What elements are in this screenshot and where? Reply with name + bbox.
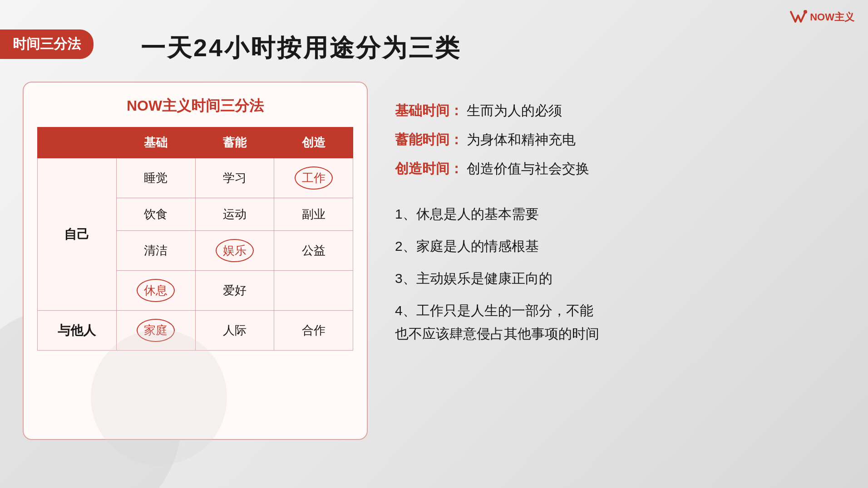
main-title: 一天24小时按用途分为三类 xyxy=(141,32,461,65)
cell-sidejob: 副业 xyxy=(274,198,353,231)
logo: NOW主义 xyxy=(789,9,854,25)
circled-entertainment: 娱乐 xyxy=(216,239,254,262)
table-header-0 xyxy=(38,127,117,158)
cell-cooperation: 合作 xyxy=(274,311,353,351)
cell-charity: 公益 xyxy=(274,231,353,271)
circled-rest: 休息 xyxy=(137,279,175,302)
table-header-2: 蓄能 xyxy=(195,127,274,158)
cell-family: 家庭 xyxy=(116,311,195,351)
cell-sleep: 睡觉 xyxy=(116,158,195,198)
row-header-others: 与他人 xyxy=(38,311,117,351)
cell-clean: 清洁 xyxy=(116,231,195,271)
note-2: 2、家庭是人的情感根基 xyxy=(395,234,849,258)
time-types: 基础时间： 生而为人的必须 蓄能时间： 为身体和精神充电 创造时间： 创造价值与… xyxy=(395,100,849,180)
note-3: 3、主动娱乐是健康正向的 xyxy=(395,267,849,290)
time-type-create-label: 创造时间： xyxy=(395,161,463,176)
row-header-self: 自己 xyxy=(38,158,117,311)
cell-entertainment: 娱乐 xyxy=(195,231,274,271)
time-type-basic: 基础时间： 生而为人的必须 xyxy=(395,100,849,122)
header-badge: 时间三分法 xyxy=(0,29,94,59)
cell-work: 工作 xyxy=(274,158,353,198)
cell-food: 饮食 xyxy=(116,198,195,231)
time-type-energy-label: 蓄能时间： xyxy=(395,132,463,147)
time-type-create: 创造时间： 创造价值与社会交换 xyxy=(395,158,849,180)
time-type-energy-desc: 为身体和精神充电 xyxy=(467,132,576,147)
cell-hobby: 爱好 xyxy=(195,271,274,311)
table-header-1: 基础 xyxy=(116,127,195,158)
table-header-3: 创造 xyxy=(274,127,353,158)
circled-work: 工作 xyxy=(295,166,333,190)
logo-text: NOW主义 xyxy=(810,10,854,24)
circled-family: 家庭 xyxy=(137,319,175,342)
table-row: 自己 睡觉 学习 工作 xyxy=(38,158,353,198)
notes-section: 1、休息是人的基本需要 2、家庭是人的情感根基 3、主动娱乐是健康正向的 4、工… xyxy=(395,202,849,345)
left-card: NOW主义时间三分法 基础 蓄能 创造 自己 睡觉 学习 工作 饮食 运动 副业 xyxy=(23,82,368,440)
note-4: 4、工作只是人生的一部分，不能也不应该肆意侵占其他事项的时间 xyxy=(395,299,849,345)
time-type-energy: 蓄能时间： 为身体和精神充电 xyxy=(395,129,849,151)
cell-rest: 休息 xyxy=(116,271,195,311)
svg-point-0 xyxy=(804,10,807,14)
logo-icon xyxy=(789,9,807,25)
card-title: NOW主义时间三分法 xyxy=(37,96,353,116)
time-table: 基础 蓄能 创造 自己 睡觉 学习 工作 饮食 运动 副业 清洁 娱乐 xyxy=(37,127,353,351)
cell-social: 人际 xyxy=(195,311,274,351)
time-type-create-desc: 创造价值与社会交换 xyxy=(467,161,589,176)
right-content: 基础时间： 生而为人的必须 蓄能时间： 为身体和精神充电 创造时间： 创造价值与… xyxy=(395,100,849,345)
time-type-basic-desc: 生而为人的必须 xyxy=(467,103,562,118)
note-1: 1、休息是人的基本需要 xyxy=(395,202,849,225)
table-row: 与他人 家庭 人际 合作 xyxy=(38,311,353,351)
cell-study: 学习 xyxy=(195,158,274,198)
cell-exercise: 运动 xyxy=(195,198,274,231)
time-type-basic-label: 基础时间： xyxy=(395,103,463,118)
cell-empty xyxy=(274,271,353,311)
